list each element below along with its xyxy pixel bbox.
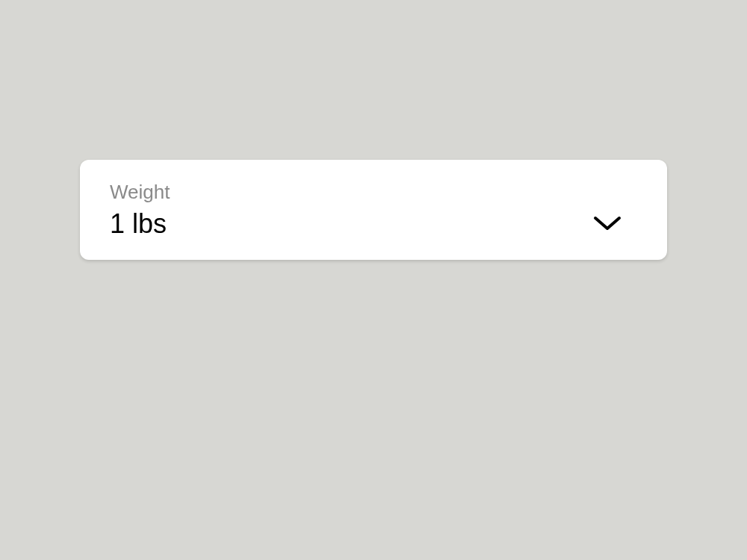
weight-label: Weight: [110, 181, 637, 204]
weight-value-row: 1 lbs: [110, 208, 637, 240]
weight-dropdown[interactable]: Weight 1 lbs: [80, 160, 667, 260]
chevron-down-icon: [592, 215, 622, 233]
weight-value: 1 lbs: [110, 208, 167, 240]
